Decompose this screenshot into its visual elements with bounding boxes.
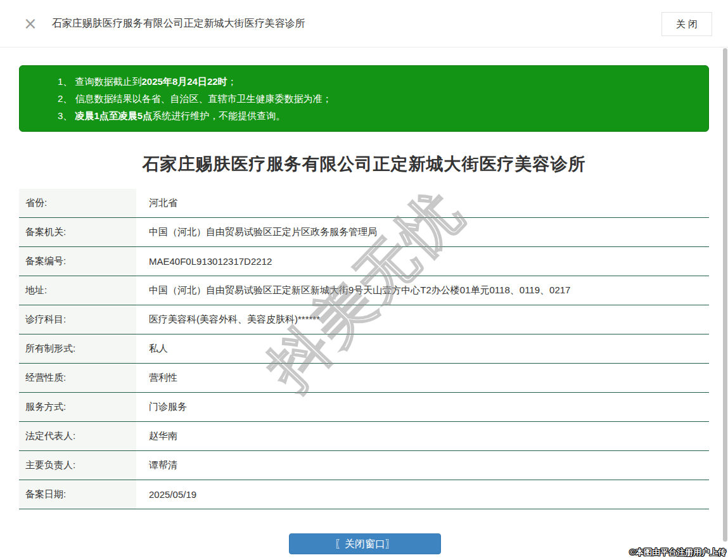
row-value: 私人	[136, 334, 168, 363]
detail-table: 省份: 河北省 备案机关: 中国（河北）自由贸易试验区正定片区政务服务管理局 备…	[19, 189, 709, 509]
row-label: 法定代表人:	[19, 422, 136, 450]
table-row-principal: 主要负责人: 谭帮清	[19, 451, 709, 480]
table-row-province: 省份: 河北省	[19, 189, 709, 218]
row-label: 经营性质:	[19, 364, 136, 392]
row-label: 备案机关:	[19, 218, 136, 246]
row-value: 谭帮清	[136, 451, 177, 480]
table-row-filing-authority: 备案机关: 中国（河北）自由贸易试验区正定片区政务服务管理局	[19, 218, 709, 247]
table-row-address: 地址: 中国（河北）自由贸易试验区正定新区新城大街9号天山壹方中心T2办公楼01…	[19, 276, 709, 305]
row-value: 2025/05/19	[136, 480, 196, 509]
row-value: 赵华南	[136, 422, 177, 450]
row-value: 营利性	[136, 364, 177, 392]
row-label: 备案编号:	[19, 247, 136, 276]
row-value: 医疗美容科(美容外科、美容皮肤科)******	[136, 305, 320, 334]
notice-line-2: 2、 信息数据结果以各省、自治区、直辖市卫生健康委数据为准；	[58, 90, 696, 107]
table-row-ownership: 所有制形式: 私人	[19, 334, 709, 364]
row-label: 备案日期:	[19, 480, 136, 509]
row-label: 服务方式:	[19, 393, 136, 421]
page-title: 石家庄赐肤医疗服务有限公司正定新城大街医疗美容诊所	[0, 153, 728, 175]
close-x-icon[interactable]: ×	[23, 15, 37, 32]
table-row-legal-representative: 法定代表人: 赵华南	[19, 422, 709, 451]
row-label: 主要负责人:	[19, 451, 136, 480]
row-label: 所有制形式:	[19, 334, 136, 363]
row-label: 诊疗科目:	[19, 305, 136, 334]
row-label: 地址:	[19, 276, 136, 305]
notice-line-1: 1、 查询数据截止到2025年8月24日22时；	[58, 73, 696, 90]
table-row-medical-subjects: 诊疗科目: 医疗美容科(美容外科、美容皮肤科)******	[19, 305, 709, 334]
row-value: 河北省	[136, 189, 177, 217]
notice-box: 1、 查询数据截止到2025年8月24日22时； 2、 信息数据结果以各省、自治…	[19, 65, 709, 132]
upload-caption: ©本图由平台注册用户上传	[629, 547, 726, 558]
dialog-title: 石家庄赐肤医疗服务有限公司正定新城大街医疗美容诊所	[52, 17, 305, 30]
vertical-scrollbar[interactable]	[723, 48, 727, 542]
row-value: 中国（河北）自由贸易试验区正定片区政务服务管理局	[136, 218, 377, 246]
table-row-filing-date: 备案日期: 2025/05/19	[19, 480, 709, 509]
close-window-button[interactable]: 〖关闭窗口〗	[289, 533, 441, 554]
close-button[interactable]: 关 闭	[661, 12, 712, 36]
dialog-header: × 石家庄赐肤医疗服务有限公司正定新城大街医疗美容诊所 关 闭	[0, 0, 728, 48]
row-value: 中国（河北）自由贸易试验区正定新区新城大街9号天山壹方中心T2办公楼01单元01…	[136, 276, 570, 305]
row-value: MAE40F0L913012317D2212	[136, 247, 272, 276]
table-row-filing-number: 备案编号: MAE40F0L913012317D2212	[19, 247, 709, 276]
table-row-service-mode: 服务方式: 门诊服务	[19, 393, 709, 422]
row-label: 省份:	[19, 189, 136, 217]
table-row-business-nature: 经营性质: 营利性	[19, 364, 709, 393]
notice-line-3: 3、 凌晨1点至凌晨5点系统进行维护，不能提供查询。	[58, 107, 696, 124]
row-value: 门诊服务	[136, 393, 187, 421]
